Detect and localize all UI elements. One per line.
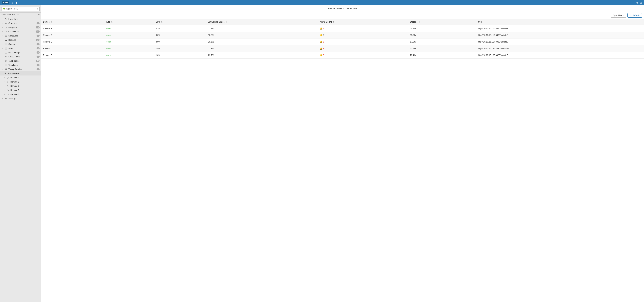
col-uri[interactable]: URI [476,19,644,25]
col-life[interactable]: Life ⇅ [104,19,154,25]
table-row[interactable]: Remote A open 0.1% 17.9% 🔔 3 64.1% http:… [41,25,644,32]
tag-bundles-icon: ◎ [5,60,8,62]
templates-badge: 0 [36,64,40,66]
tree-select-button[interactable]: 🌳 Select Tree... ▾ [1,7,40,11]
chevron-down-icon: ▾ [37,8,38,10]
cell-cpu: 3.9% [154,38,206,45]
cell-device: Remote D [41,45,104,52]
sort-cpu-icon: ⇅ [161,21,162,23]
clones-icon: ⬜ [5,43,8,45]
equip-tree-label: Equip Tree [8,18,40,20]
sidebar-item-equip-tree[interactable]: › ⛏ Equip Tree [0,17,41,21]
col-device[interactable]: Device ⇅ [41,19,104,25]
sidebar-item-schedules[interactable]: › ☰ Schedules 5 [0,34,41,38]
col-storage[interactable]: Storage ⇅ [408,19,476,25]
graphics-badge: 1 [36,22,40,24]
tuning-policies-badge: 1 [36,68,40,70]
sidebar-item-programs[interactable]: › ▷ Programs 13 [0,25,41,29]
saved-filters-badge: 1 [36,56,40,58]
sidebar-refresh-icon[interactable]: ↻ [38,13,40,16]
sidebar-item-remote-a[interactable]: › ▷ Remote A [0,75,41,80]
main-layout: 🌳 Select Tree... ▾ AVAILABLE TREES: ↻ › … [0,5,644,302]
sidebar-item-remote-b[interactable]: › ▷ Remote B [0,80,41,84]
sidebar-item-templates[interactable]: › ⬜ Templates 0 [0,63,41,67]
programs-label: Programs [8,26,35,29]
grid-icon[interactable]: ⊞ [639,1,643,4]
graphics-icon: ◈ [5,22,8,24]
cell-cpu: 0.0% [154,32,206,38]
expand-arrow-connectors: › [2,31,4,32]
sidebar-item-remote-e[interactable]: › ▷ Remote E [0,92,41,96]
alarm-bell-icon: 🔔 [320,27,322,30]
sidebar-item-tuning-policies[interactable]: › ⚙ Tuning Policies 1 [0,67,41,71]
table-row[interactable]: Remote B open 0.0% 18.5% 🔔 0 63.5% http:… [41,32,644,38]
backups-label: Backups [8,39,35,41]
connectors-label: Connectors [8,30,35,33]
sidebar-item-connectors[interactable]: › ⌘ Connectors 24 [0,29,41,34]
connectors-badge: 24 [36,30,40,33]
expand-arrow-jobs: › [2,47,4,49]
cell-life: open [104,25,154,32]
cell-alarm-count: 🔔 3 [318,52,408,59]
topbar-actions: ⧉ ⊞ [636,1,643,4]
sidebar-item-saved-filters[interactable]: › ⊙ Saved Filters 1 [0,55,41,59]
table-row[interactable]: Remote E open 1.0% 23.7% 🔔 3 70.4% http:… [41,52,644,59]
clones-badge: 0 [36,43,40,45]
cell-storage: 70.4% [408,52,476,59]
remote-b-label: Remote B [10,81,40,83]
app-logo[interactable]: ☰ FIN [1,1,10,4]
topbar: ☰ FIN ⌂ ▶ ⧉ ⊞ [0,0,644,5]
connectors-icon: ⌘ [5,30,8,33]
table-body: Remote A open 0.1% 17.9% 🔔 3 64.1% http:… [41,25,644,59]
cell-uri: http://10.10.15.114:8080/api/siteC [476,38,644,45]
tree-select-label: Select Tree... [6,8,18,10]
refresh-icon: ↻ [630,14,632,16]
expand-arrow-remote-e: › [4,93,6,95]
sidebar-item-remote-c[interactable]: › ▷ Remote C [0,84,41,88]
sidebar-item-backups[interactable]: › ☁ Backups 16 [0,38,41,42]
refresh-button[interactable]: ↻ Refresh [628,13,642,17]
col-cpu[interactable]: CPU ⇅ [154,19,206,25]
content-toolbar: Sync Users ↻ Refresh [41,12,644,19]
sort-alarm-icon: ⇅ [333,21,334,23]
sidebar-item-relationships[interactable]: › ⌶ Relationships 0 [0,50,41,55]
sync-users-button[interactable]: Sync Users [611,13,626,17]
schedules-icon: ☰ [5,34,8,37]
programs-icon: ▷ [5,26,8,29]
remote-e-label: Remote E [10,93,40,96]
col-java-heap[interactable]: Java Heap Space ⇅ [206,19,318,25]
cell-uri: http://10.10.15.132:8080/api/siteE [476,52,644,59]
alarm-bell-icon: 🔔 [320,40,322,43]
table-row[interactable]: Remote C open 3.9% 19.6% 🔔 3 57.0% http:… [41,38,644,45]
cell-storage: 62.4% [408,45,476,52]
sort-java-heap-icon: ⇅ [226,21,227,23]
table-header: Device ⇅ Life ⇅ CPU ⇅ Java Heap Space ⇅ … [41,19,644,25]
sidebar-item-settings[interactable]: › ⚙ Settings [0,96,41,101]
expand-arrow-equip-tree: › [2,18,4,20]
cell-cpu: 1.0% [154,52,206,59]
sidebar-scroll: › ⛏ Equip Tree › ◈ Graphics 1 › ▷ Progra… [0,17,41,302]
expand-arrow-remote-d: › [4,89,6,91]
sidebar-item-remote-d[interactable]: › ▷ Remote D [0,88,41,92]
sidebar-item-jobs[interactable]: › ⬜ Jobs 5 [0,46,41,50]
window-icon[interactable]: ⧉ [636,1,639,4]
sidebar-group-fin-network[interactable]: ∨ ⌘ FIN Network [0,71,41,75]
cell-alarm-count: 🔔 3 [318,38,408,45]
cell-storage: 57.0% [408,38,476,45]
arrow-icon[interactable]: ▶ [15,1,18,5]
col-alarm-count[interactable]: Alarm Count ⇅ [318,19,408,25]
relationships-label: Relationships [8,51,36,54]
content-area: FIN NETWORK OVERVIEW Sync Users ↻ Refres… [41,5,644,302]
cell-uri: http://10.10.15.119:8080/api/siteB [476,32,644,38]
available-trees-label: AVAILABLE TREES: [1,14,18,16]
expand-arrow-tuning-policies: › [2,68,4,70]
fin-network-label: FIN Network [8,72,20,75]
sidebar-item-clones[interactable]: › ⬜ Clones 0 [0,42,41,46]
templates-icon: ⬜ [5,64,8,66]
home-icon[interactable]: ⌂ [11,1,14,4]
table-row[interactable]: Remote D open 7.5% 12.8% 🔔 3 62.4% http:… [41,45,644,52]
table-header-row: Device ⇅ Life ⇅ CPU ⇅ Java Heap Space ⇅ … [41,19,644,25]
equip-tree-icon: ⛏ [5,18,8,20]
sidebar-item-graphics[interactable]: › ◈ Graphics 1 [0,21,41,25]
sidebar-item-tag-bundles[interactable]: › ◎ Tag Bundles 20 [0,59,41,63]
